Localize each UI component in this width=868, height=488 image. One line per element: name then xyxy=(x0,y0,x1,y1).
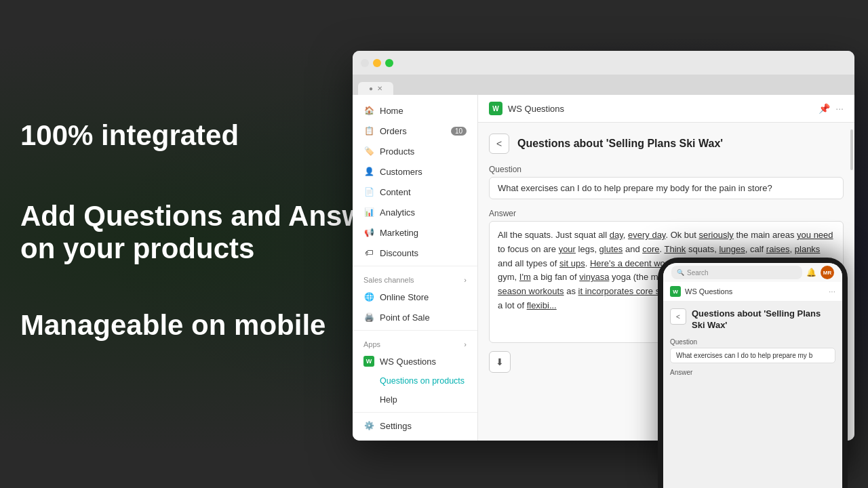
question-title: Questions about 'Selling Plans Ski Wax' xyxy=(517,138,723,150)
mobile-search-placeholder: Search xyxy=(687,269,709,277)
sidebar-item-questions-on-products[interactable]: Questions on products xyxy=(353,371,477,390)
mobile-question-title: Questions about 'Selling Plans Ski Wax' xyxy=(692,308,835,331)
sidebar-divider-3 xyxy=(353,412,477,413)
back-button[interactable]: < xyxy=(489,134,509,154)
sidebar-item-home[interactable]: 🏠 Home xyxy=(353,100,477,121)
sidebar-item-products-label: Products xyxy=(380,146,414,157)
window-minimize-dot[interactable] xyxy=(373,59,381,67)
mobile-answer-label: Answer xyxy=(670,369,835,376)
sidebar-item-content-label: Content xyxy=(380,187,411,197)
orders-badge: 10 xyxy=(451,127,467,136)
sidebar-divider-2 xyxy=(353,330,477,331)
apps-expand-icon[interactable]: › xyxy=(464,340,467,348)
mobile-notification-icon[interactable]: 🔔 xyxy=(806,268,816,277)
sales-channels-expand-icon[interactable]: › xyxy=(464,276,467,284)
products-icon: 🏷️ xyxy=(363,146,374,157)
sidebar-item-orders-label: Orders xyxy=(380,126,407,136)
analytics-icon: 📊 xyxy=(363,207,374,218)
mobile-app-icon: W xyxy=(670,286,681,297)
browser-titlebar xyxy=(353,51,854,75)
sidebar-item-ws-questions[interactable]: W WS Questions xyxy=(353,351,477,371)
question-header: < Questions about 'Selling Plans Ski Wax… xyxy=(489,134,844,154)
mobile-search-bar[interactable]: 🔍 Search xyxy=(671,266,802,279)
question-field-label: Question xyxy=(489,165,844,174)
mobile-avatar: MR xyxy=(821,266,834,279)
panel-app-icon: W xyxy=(489,102,502,115)
sidebar-item-orders[interactable]: 📋 Orders 10 xyxy=(353,121,477,141)
sidebar: 🏠 Home 📋 Orders 10 🏷️ Products 👤 Custome… xyxy=(353,95,478,441)
ws-questions-app-icon: W xyxy=(363,356,374,367)
window-maximize-dot[interactable] xyxy=(385,59,393,67)
mobile-question-label: Question xyxy=(670,338,835,346)
sidebar-item-settings[interactable]: ⚙️ Settings xyxy=(353,415,477,436)
mobile-panel-header: W WS Questions ··· xyxy=(663,282,842,302)
hero-text-3: Manageable on mobile xyxy=(20,308,326,342)
sidebar-item-content[interactable]: 📄 Content xyxy=(353,182,477,202)
mobile-phone: 🔍 Search 🔔 MR W WS Questions ··· < Quest… xyxy=(658,258,848,488)
mobile-panel-title: WS Questions xyxy=(685,287,825,296)
sidebar-item-customers[interactable]: 👤 Customers xyxy=(353,161,477,182)
save-button[interactable]: ⬇ xyxy=(489,351,511,373)
sidebar-item-point-of-sale[interactable]: 🖨️ Point of Sale xyxy=(353,307,477,327)
online-store-icon: 🌐 xyxy=(363,291,374,302)
sidebar-item-analytics-label: Analytics xyxy=(380,207,415,218)
panel-title: WS Questions xyxy=(508,104,813,114)
sidebar-item-questions-on-products-label: Questions on products xyxy=(380,376,465,386)
marketing-icon: 📢 xyxy=(363,227,374,238)
content-icon: 📄 xyxy=(363,186,374,197)
sidebar-item-point-of-sale-label: Point of Sale xyxy=(380,312,430,323)
question-field-value: What exercises can I do to help prepare … xyxy=(489,177,844,199)
scrollbar-track xyxy=(849,123,854,441)
tab-label: ● xyxy=(369,85,373,92)
sidebar-item-analytics[interactable]: 📊 Analytics xyxy=(353,202,477,222)
pin-icon[interactable]: 📌 xyxy=(818,103,830,114)
mobile-question-header: < Questions about 'Selling Plans Ski Wax… xyxy=(670,308,835,331)
more-icon[interactable]: ··· xyxy=(835,103,844,114)
window-close-dot[interactable] xyxy=(361,59,369,67)
sidebar-item-products[interactable]: 🏷️ Products xyxy=(353,141,477,161)
sales-channels-label: Sales channels xyxy=(363,276,414,284)
mobile-inner: 🔍 Search 🔔 MR W WS Questions ··· < Quest… xyxy=(663,263,842,488)
panel-header-actions: 📌 ··· xyxy=(818,103,844,114)
mobile-question-value: What exercises can I do to help prepare … xyxy=(670,348,835,363)
settings-icon: ⚙️ xyxy=(363,420,374,431)
sidebar-item-home-label: Home xyxy=(380,106,403,116)
sidebar-item-customers-label: Customers xyxy=(380,167,422,177)
mobile-content: < Questions about 'Selling Plans Ski Wax… xyxy=(663,302,842,383)
mobile-back-button[interactable]: < xyxy=(670,308,686,325)
point-of-sale-icon: 🖨️ xyxy=(363,312,374,323)
sidebar-item-marketing-label: Marketing xyxy=(380,228,418,238)
tab-close-icon[interactable]: ✕ xyxy=(377,85,382,92)
scrollbar-thumb[interactable] xyxy=(850,129,853,170)
browser-tab[interactable]: ● ✕ xyxy=(358,82,393,95)
sidebar-divider-1 xyxy=(353,266,477,266)
browser-tabs-bar: ● ✕ xyxy=(353,75,854,95)
sidebar-item-ws-questions-label: WS Questions xyxy=(380,357,436,367)
customers-icon: 👤 xyxy=(363,166,374,177)
apps-label: Apps xyxy=(363,340,380,348)
sales-channels-section: Sales channels › xyxy=(353,269,477,287)
hero-text-1: 100% integrated xyxy=(20,119,239,152)
discounts-icon: 🏷 xyxy=(363,247,374,258)
sidebar-item-discounts-label: Discounts xyxy=(380,248,418,258)
mobile-search-icon: 🔍 xyxy=(677,269,684,276)
answer-field-label: Answer xyxy=(489,209,844,218)
apps-section: Apps › xyxy=(353,333,477,351)
sidebar-item-marketing[interactable]: 📢 Marketing xyxy=(353,222,477,243)
sidebar-item-help-label: Help xyxy=(380,395,397,405)
sidebar-item-online-store-label: Online Store xyxy=(380,292,429,302)
sidebar-item-online-store[interactable]: 🌐 Online Store xyxy=(353,287,477,307)
sidebar-item-settings-label: Settings xyxy=(380,421,412,431)
mobile-statusbar: 🔍 Search 🔔 MR xyxy=(663,263,842,282)
orders-icon: 📋 xyxy=(363,125,374,136)
sidebar-item-help[interactable]: Help xyxy=(353,390,477,409)
home-icon: 🏠 xyxy=(363,105,374,116)
hero-text-2: Add Questions and Answers on your produc… xyxy=(20,200,407,266)
mobile-more-icon[interactable]: ··· xyxy=(829,287,835,296)
panel-header: W WS Questions 📌 ··· xyxy=(478,95,854,123)
sidebar-item-discounts[interactable]: 🏷 Discounts xyxy=(353,243,477,263)
